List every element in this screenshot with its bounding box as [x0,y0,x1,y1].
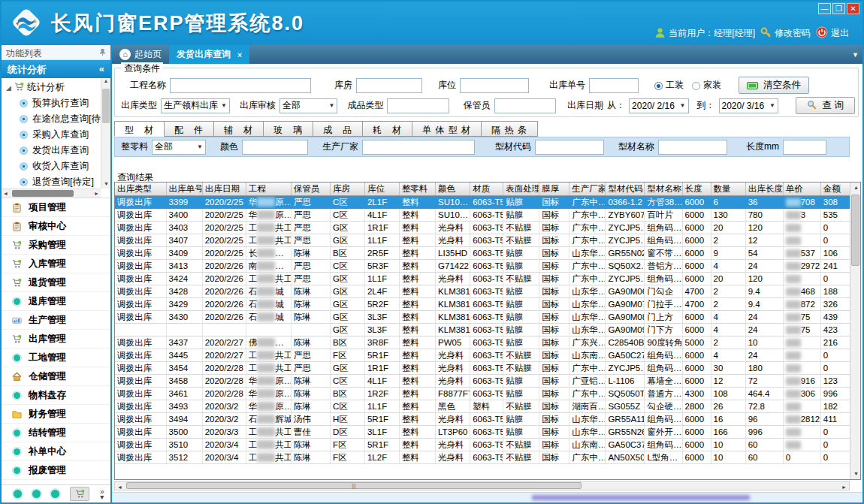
tree-vertical-scrollbar[interactable]: ▲▼ [101,78,110,189]
maximize-button[interactable]: ❐ [832,3,845,14]
column-header-保管员[interactable]: 保管员 [291,183,330,196]
radio-work-clothes[interactable]: 工装 [654,79,684,92]
project-name-input[interactable] [170,78,311,93]
sidebar-item-审核中心[interactable]: 审核中心 [2,217,110,236]
column-header-材质[interactable]: 材质 [470,183,503,196]
close-button[interactable]: ✕ [847,3,859,14]
column-header-型材代码[interactable]: 型材代码 [606,183,645,196]
sidebar-item-生产管理[interactable]: 生产管理 [2,311,110,330]
warehouse-input[interactable] [356,78,422,93]
column-header-出库单号[interactable]: 出库单号 [166,183,202,196]
tab-shipment-outbound-query[interactable]: 发货出库查询 × [169,45,249,64]
tree-expander-icon[interactable]: ◢ [6,84,11,92]
table-row[interactable]: 调拨出库34072020/2/25工共工程严思G区1L1F整料光身料6063-T… [115,234,855,247]
column-header-表面处理[interactable]: 表面处理 [503,183,539,196]
column-header-颜色[interactable]: 颜色 [436,183,470,196]
sidebar-item-补单中心[interactable]: 补单中心 [2,442,110,461]
material-tab-配件[interactable]: 配 件 [165,121,214,137]
table-row[interactable]: 调拨出库34092020/2/25长…陈琳B区2R5F整料LI35HD6063-… [115,247,855,260]
table-row[interactable]: 调拨出库35102020/3/4工共工程陈琳F区5R1F整料光身料6063-T5… [115,439,855,451]
sidebar-item-报废管理[interactable]: 报废管理 [2,461,110,480]
logout-button[interactable]: 退出 [816,26,849,41]
column-header-生产厂家[interactable]: 生产厂家 [569,183,606,196]
material-tab-辅材[interactable]: 辅 材 [214,121,264,137]
column-header-长度[interactable]: 长度 [682,183,711,196]
clear-conditions-button[interactable]: 清空条件 [739,77,809,94]
table-row[interactable]: 调拨出库34032020/2/25工共工程严思G区1R1F整料光身料6063-T… [115,222,855,234]
material-tab-成品[interactable]: 成 品 [313,121,363,137]
table-row[interactable]: 调拨出库34612020/2/28华原…陈琳B区1R2F整料F8877FT606… [115,388,855,400]
sidebar-item-工地管理[interactable]: 工地管理 [2,349,110,367]
table-row[interactable]: 调拨出库34292020/2/26石城陈琳G区5R2F整料KLM38176063… [115,298,855,311]
sidebar-item-物料盘存[interactable]: 物料盘存 [2,386,110,405]
product-type-input[interactable] [387,98,449,113]
search-button[interactable]: 查 询 [796,97,855,114]
sidebar-item-退货管理[interactable]: 退货管理 [2,273,110,292]
profile-code-input[interactable] [535,140,604,155]
material-tab-耗材[interactable]: 耗 材 [363,121,412,137]
sidebar-item-退库管理[interactable]: 退库管理 [2,292,110,311]
collapse-icon[interactable]: « [99,63,104,78]
material-tab-单体型材[interactable]: 单 体 型 材 [412,121,482,137]
sidebar-item-采购管理[interactable]: 采购管理 [2,236,110,255]
cart-shortcut-button[interactable] [70,487,89,501]
sidebar-item-财务管理[interactable]: 财务管理 [2,405,110,424]
material-tab-玻璃[interactable]: 玻 璃 [264,121,313,137]
sidebar-section-header[interactable]: 统计分析 « [2,60,110,78]
date-from-picker[interactable]: 2020/ 2/16▼ [629,98,688,113]
column-header-库房[interactable]: 库房 [330,183,364,196]
tab-home[interactable]: ⌂ 起始页 [112,45,169,64]
column-header-型材名称[interactable]: 型材名称 [645,183,682,196]
radio-home-decoration[interactable]: 家装 [692,79,721,92]
pin-icon[interactable] [99,48,106,59]
tree-horizontal-scrollbar[interactable]: ◄► [2,189,101,198]
minimize-button[interactable]: — [818,3,831,14]
table-row[interactable]: 调拨出库34582020/2/28华原…陈琳C区4L1F整料光身料6063-T5… [115,375,855,388]
column-header-数量[interactable]: 数量 [711,183,745,196]
sidebar-item-结转管理[interactable]: 结转管理 [2,424,110,442]
table-row[interactable]: 调拨出库34132020/2/26南…严思C区5R3F整料G714226063-… [115,260,855,273]
sidebar-item-入库管理[interactable]: 入库管理 [2,255,110,273]
tree-item-发货出库查询[interactable]: 发货出库查询 [6,143,100,158]
tab-close-icon[interactable]: × [237,50,242,59]
table-row[interactable]: G区3L3F整料KLM38176063-T5贴膜国标山东华…GA90M09.门下… [115,324,855,337]
keeper-input[interactable] [494,98,556,113]
table-row[interactable]: 调拨出库35122020/3/4工共工程陈琳F区1L2F整料光身料6063-T5… [115,451,855,464]
tree-item-采购入库查询[interactable]: 采购入库查询 [6,127,100,143]
column-header-工程[interactable]: 工程 [246,183,291,196]
color-input[interactable] [242,140,308,155]
length-input[interactable] [783,140,826,155]
tree-item-退货查询[待定][interactable]: 退货查询[待定] [6,174,100,190]
column-header-库位[interactable]: 库位 [364,183,399,196]
order-no-input[interactable] [589,78,639,93]
tree-item-在途信息查询[待[interactable]: 在途信息查询[待 [6,111,100,127]
date-to-picker[interactable]: 2020/ 3/16▼ [719,98,778,113]
column-header-出库长度[interactable]: 出库长度 [745,183,783,196]
manufacturer-input[interactable] [362,140,475,155]
location-input[interactable] [460,78,529,93]
table-row[interactable]: 调拨出库34372020/2/27佛…陈琳B区3R8F整料PW056063-T5… [115,337,855,349]
outbound-audit-select[interactable]: 全部▼ [279,98,338,113]
tree-item-预算执行查询[interactable]: 预算执行查询 [6,95,100,111]
sidebar-item-出库管理[interactable]: 出库管理 [2,330,110,349]
dot-icon[interactable] [14,490,22,498]
sidebar-item-仓储管理[interactable]: 仓储管理 [2,367,110,386]
change-password-button[interactable]: 修改密码 [760,27,811,41]
outbound-type-select[interactable]: 生产领料出库▼ [161,98,230,113]
dot-icon[interactable] [32,490,41,498]
table-row[interactable]: 调拨出库34302020/2/26石城陈琳G区3L3F整料KLM38176063… [115,311,855,324]
table-row[interactable]: 调拨出库34452020/2/27工共工程严思F区5R1F整料光身料6063-T… [115,349,855,362]
column-header-膜厚[interactable]: 膜厚 [539,183,569,196]
table-horizontal-scrollbar[interactable]: ◄|||► [114,481,850,490]
table-row[interactable]: 调拨出库34942020/3/2石辉城汤伟H区5R1F整料光身料6063-T5贴… [115,413,855,426]
tree-item-收货入库查询[interactable]: 收货入库查询 [6,158,100,174]
table-row[interactable]: 调拨出库34542020/2/28工共工程严思G区1R1F整料光身料6063-T… [115,362,855,375]
table-vertical-scrollbar[interactable]: ▲▼ [850,183,860,479]
column-header-出库类型[interactable]: 出库类型 [115,183,166,196]
material-tab-隔热条[interactable]: 隔 热 条 [482,121,538,137]
table-row[interactable]: 调拨出库34282020/2/26石城陈琳G区2L4F整料KLM38176063… [115,285,855,298]
table-row[interactable]: 调拨出库34242020/2/26工共工程严思G区1L1F整料光身料6063-T… [115,273,855,285]
column-header-单价[interactable]: 单价 [783,183,820,196]
dot-icon[interactable] [51,490,59,498]
more-button[interactable]: »▾ [100,489,104,499]
